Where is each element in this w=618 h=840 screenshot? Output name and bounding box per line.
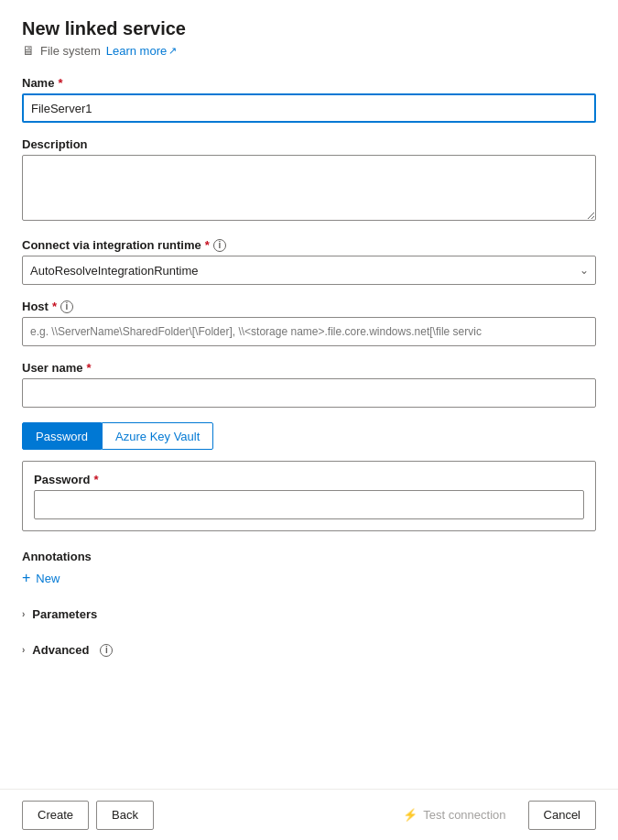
create-button[interactable]: Create (22, 801, 89, 830)
advanced-chevron-icon: › (22, 645, 25, 655)
footer-bar: Create Back ⚡ Test connection Cancel (0, 789, 618, 840)
password-box: Password * (22, 461, 596, 531)
integration-runtime-required: * (205, 238, 210, 252)
name-label: Name (22, 76, 54, 90)
password-required: * (93, 473, 98, 486)
name-required: * (58, 76, 62, 90)
cancel-button[interactable]: Cancel (528, 801, 596, 830)
new-annotation-button[interactable]: + New (22, 571, 60, 585)
advanced-label: Advanced (32, 643, 89, 657)
description-textarea[interactable] (22, 155, 596, 221)
host-info-icon[interactable]: i (60, 300, 73, 313)
test-connection-button[interactable]: ⚡ Test connection (388, 801, 520, 830)
integration-runtime-info-icon[interactable]: i (213, 239, 226, 252)
annotations-label: Annotations (22, 550, 596, 563)
integration-runtime-select[interactable]: AutoResolveIntegrationRuntime (22, 256, 596, 285)
external-link-icon: ↗ (168, 45, 177, 57)
learn-more-link[interactable]: Learn more ↗ (106, 44, 177, 58)
plus-icon: + (22, 571, 30, 585)
password-inner-label: Password (34, 473, 90, 486)
advanced-section-header[interactable]: › Advanced i (22, 636, 596, 664)
integration-runtime-label: Connect via integration runtime (22, 238, 201, 252)
page-title: New linked service (22, 18, 596, 39)
username-required: * (86, 361, 91, 375)
advanced-info-icon[interactable]: i (100, 644, 113, 657)
host-required: * (52, 300, 57, 313)
parameters-section-header[interactable]: › Parameters (22, 600, 596, 628)
password-tab-button[interactable]: Password (22, 422, 102, 450)
description-label: Description (22, 137, 88, 151)
test-connection-icon: ⚡ (403, 808, 417, 822)
username-label: User name (22, 361, 82, 375)
parameters-chevron-icon: › (22, 609, 25, 619)
host-label: Host (22, 300, 49, 313)
parameters-label: Parameters (32, 607, 97, 621)
subtitle-text: File system (40, 44, 101, 58)
azure-key-vault-tab-button[interactable]: Azure Key Vault (102, 422, 213, 450)
file-system-icon: 🖥 (22, 43, 35, 58)
name-input[interactable] (22, 93, 596, 123)
host-input[interactable] (22, 317, 596, 346)
back-button[interactable]: Back (96, 801, 154, 830)
username-input[interactable] (22, 378, 596, 408)
password-input[interactable] (34, 490, 584, 519)
